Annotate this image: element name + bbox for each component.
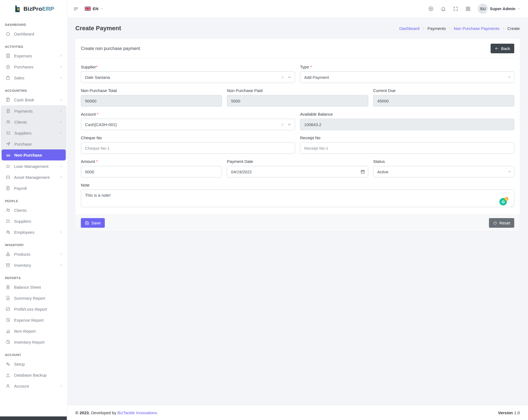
sidebar-item-label: Dashboard [14,32,34,36]
sidebar-section-title: PEOPLE [0,194,67,205]
sidebar-item-label: Profit/Loss Report [14,307,47,311]
users-icon [6,119,11,124]
cheque-no-field[interactable] [81,142,295,154]
sidebar-item-balance-sheet[interactable]: Balance Sheet [1,282,66,293]
sidebar-item-label: Payroll [14,186,27,191]
apps-grid-icon[interactable] [465,6,471,12]
sidebar-item-account[interactable]: Account [1,380,66,391]
avatar: SU [478,4,488,14]
chevron-right-icon [448,27,451,30]
suppliers-icon [6,219,10,224]
sidebar-item-inventory[interactable]: Inventory [1,260,66,271]
sidebar-item-item-report[interactable]: Item Report [1,326,66,336]
card-title: Create non purchase payment [81,46,140,51]
chevron-down-icon [100,7,103,10]
grammarly-icon[interactable]: G 1 [499,198,507,205]
sidebar-item-sales[interactable]: Sales [1,72,66,83]
sidebar-item-label: Clients [14,120,27,124]
sidebar-item-label: Inventory [14,263,31,268]
bell-icon[interactable] [441,6,446,12]
sidebar-item-expense-report[interactable]: Expense Report [1,315,66,326]
sidebar-item-summary-report[interactable]: Summary Report [1,293,66,304]
sidebar-item-employees[interactable]: Employees [1,227,66,238]
topbar: EN SU [68,0,528,17]
type-select[interactable]: Add Payment [300,71,514,83]
sidebar-item-clients[interactable]: Clients [1,205,66,216]
available-balance-field [300,119,514,130]
chevron-left-icon [59,98,63,101]
sidebar-item-profit-loss-report[interactable]: Profit/Loss Report [1,304,66,315]
breadcrumb-payments: Payments [427,26,446,31]
sidebar-bottom-strip [0,416,67,420]
sidebar-item-dashboard[interactable]: Dashboard [1,28,66,39]
copyright-text: © 2023. Developed by BizTackle Innovatio… [75,410,158,415]
sidebar-section-title: ACTIVITIES [0,39,67,50]
developer-link[interactable]: BizTackle Innovations. [117,410,158,415]
receipt-no-label: Receipt No [300,135,514,140]
sidebar-item-cash-book[interactable]: Cash Book [1,94,66,105]
sidebar-item-label: Account [14,384,29,388]
sidebar-item-label: Summary Report [14,296,45,301]
boxes-icon [6,252,10,257]
sidebar-item-database-backup[interactable]: Database Backup [1,369,66,380]
sidebar-item-suppliers[interactable]: Suppliers [1,216,66,227]
sidebar-item-products[interactable]: Products [1,249,66,260]
uk-flag-icon [85,7,91,11]
supplier-select[interactable] [81,71,295,83]
power-icon [493,221,497,225]
truck-icon [6,152,11,157]
chevron-down-icon [517,7,520,10]
receipt-no-field[interactable] [300,142,514,154]
sidebar-expanded-group: PaymentsClientsSuppliersPurchaseNon Purc… [1,105,67,161]
hamburger-icon[interactable] [73,6,79,12]
breadcrumb-dashboard[interactable]: Dashboard [399,26,419,31]
sidebar-item-inventory-report[interactable]: Inventory Report [1,336,66,347]
user-icon [6,383,10,388]
chevron-down-icon[interactable] [287,123,292,127]
brand-logo[interactable]: BizProERP [0,0,67,17]
sidebar-item-loan-management[interactable]: Loan Management [1,161,66,172]
account-select[interactable] [81,119,295,130]
sidebar-item-suppliers[interactable]: Suppliers [2,127,66,138]
sidebar-item-asset-management[interactable]: Asset Management [1,172,66,183]
sidebar-item-purchases[interactable]: Purchases [1,61,66,72]
current-due-label: Current Due [373,88,514,93]
sidebar-item-expenses[interactable]: Expenses [1,50,66,61]
back-button[interactable]: Back [491,44,514,53]
plus-circle-icon[interactable] [428,6,434,12]
clear-icon[interactable] [281,76,284,79]
sidebar-item-non-purchase[interactable]: Non Purchase [2,149,66,160]
main-area: EN SU [68,0,528,420]
chevron-down-icon[interactable] [287,75,292,79]
save-button[interactable]: Save [81,218,105,228]
sidebar-item-payroll[interactable]: Payroll [1,183,66,194]
payment-date-field[interactable] [227,166,368,177]
supplier-label: Supplier* [81,65,295,69]
breadcrumb-non-purchase-payments[interactable]: Non Purchase Payments [454,26,499,31]
sidebar-section-title: INVENTORY [0,238,67,249]
sidebar-item-payments[interactable]: Payments [2,105,66,116]
amount-field[interactable] [81,166,222,177]
download-icon [6,372,10,377]
sidebar-item-clients[interactable]: Clients [2,116,66,127]
page-title: Create Payment [75,25,121,32]
non-purchase-total-label: Non Purchase Total [81,88,222,93]
sidebar-item-purchase[interactable]: Purchase [2,138,66,149]
bizpro-logo-icon [13,5,21,13]
language-selector[interactable]: EN [85,6,103,11]
archive-icon [6,263,10,268]
fullscreen-icon[interactable] [453,6,458,12]
user-menu[interactable]: SU Super Admin [478,4,520,14]
reset-button[interactable]: Reset [489,218,514,228]
sidebar-item-label: Balance Sheet [14,285,41,290]
sidebar-item-label: Suppliers [14,131,32,135]
book-icon [6,97,10,102]
chevron-left-icon [59,176,63,179]
status-select[interactable]: Active [373,166,514,177]
page-footer: © 2023. Developed by BizTackle Innovatio… [68,405,528,420]
available-balance-label: Available Balance [300,112,514,116]
note-field[interactable] [81,190,514,207]
clear-icon[interactable] [281,123,284,126]
breadcrumb-create: Create [507,26,520,31]
sidebar-item-setup[interactable]: Setup [1,358,66,369]
